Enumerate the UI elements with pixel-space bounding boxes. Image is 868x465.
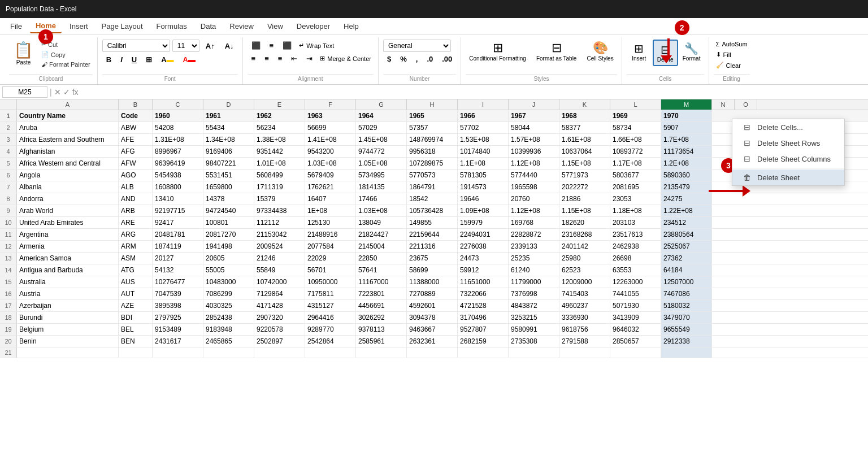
shrink-font-button[interactable]: A↓ [221, 41, 238, 51]
cell-r12-c0[interactable]: Armenia [17, 241, 119, 252]
cell-r14-c4[interactable]: 55849 [254, 264, 305, 276]
cell-r8-c3[interactable]: 14378 [203, 193, 254, 205]
cell-r12-c2[interactable]: 1874119 [153, 241, 203, 252]
cell-r3-c10[interactable]: 1.61E+08 [559, 134, 610, 145]
cell-r10-c12[interactable]: 234512 [661, 217, 712, 228]
cell-r4-c7[interactable]: 9956318 [407, 146, 458, 157]
cell-r13-c10[interactable]: 25980 [559, 253, 610, 264]
cell-r14-c2[interactable]: 54132 [153, 264, 203, 276]
cell-r20-c4[interactable]: 2502897 [254, 336, 305, 347]
cell-r2-c1[interactable]: ABW [119, 122, 153, 133]
cell-r18-c8[interactable]: 3170496 [458, 312, 509, 323]
cell-r16-c4[interactable]: 7129864 [254, 288, 305, 299]
menu-developer[interactable]: Developer [291, 20, 336, 33]
cell-r2-c11[interactable]: 58734 [610, 122, 661, 133]
function-icon[interactable]: fx [72, 88, 79, 97]
cell-r6-c7[interactable]: 5770573 [407, 170, 458, 181]
paste-button[interactable]: 📋 Paste [9, 40, 38, 67]
header-cell-12[interactable]: 1970 [661, 110, 712, 121]
cell-r21-c11[interactable] [610, 347, 661, 358]
menu-insert[interactable]: Insert [64, 20, 94, 33]
cell-r19-c7[interactable]: 9463667 [407, 324, 458, 335]
wrap-text-button[interactable]: ↵ Wrap Text [297, 40, 336, 51]
cell-r3-c9[interactable]: 1.57E+08 [509, 134, 559, 145]
header-cell-7[interactable]: 1965 [407, 110, 458, 121]
increase-decimal-button[interactable]: .00 [438, 54, 456, 64]
cell-r20-c0[interactable]: Benin [17, 336, 119, 347]
cell-r10-c7[interactable]: 149855 [407, 217, 458, 228]
cell-r19-c2[interactable]: 9153489 [153, 324, 203, 335]
cell-r12-c7[interactable]: 2211316 [407, 241, 458, 252]
cell-r7-c1[interactable]: ALB [119, 181, 153, 193]
header-cell-4[interactable]: 1962 [254, 110, 305, 121]
cell-r16-c10[interactable]: 7415403 [559, 288, 610, 299]
fill-color-button[interactable]: A▬ [157, 54, 177, 65]
cell-r18-c7[interactable]: 3094378 [407, 312, 458, 323]
dropdown-item-delete-sheet[interactable]: 🗑 Delete Sheet [732, 170, 844, 185]
cell-r10-c2[interactable]: 92417 [153, 217, 203, 228]
format-as-table-button[interactable]: ⊟ Format as Table [533, 40, 580, 63]
cell-r5-c0[interactable]: Africa Western and Central [17, 158, 119, 169]
cell-r17-c4[interactable]: 4171428 [254, 300, 305, 311]
cell-r4-c9[interactable]: 10399936 [509, 146, 559, 157]
cell-r18-c12[interactable]: 3479070 [661, 312, 712, 323]
cell-r17-c12[interactable]: 5180032 [661, 300, 712, 311]
cell-r6-c3[interactable]: 5531451 [203, 170, 254, 181]
cell-r8-c5[interactable]: 16407 [305, 193, 356, 205]
comma-button[interactable]: , [412, 54, 422, 64]
cell-r8-c8[interactable]: 19646 [458, 193, 509, 205]
cell-r2-c10[interactable]: 58377 [559, 122, 610, 133]
cell-r10-c0[interactable]: United Arab Emirates [17, 217, 119, 228]
cell-r2-c4[interactable]: 56234 [254, 122, 305, 133]
autosum-button[interactable]: Σ AutoSum [714, 40, 750, 49]
cell-r12-c12[interactable]: 2525067 [661, 241, 712, 252]
cell-r16-c7[interactable]: 7270889 [407, 288, 458, 299]
cell-r21-c1[interactable] [119, 347, 153, 358]
cell-r10-c3[interactable]: 100801 [203, 217, 254, 228]
italic-button[interactable]: I [116, 54, 127, 65]
cell-r13-c8[interactable]: 24473 [458, 253, 509, 264]
cell-r16-c1[interactable]: AUT [119, 288, 153, 299]
cell-r6-c2[interactable]: 5454938 [153, 170, 203, 181]
header-cell-11[interactable]: 1969 [610, 110, 661, 121]
format-painter-button[interactable]: 🖌 Format Painter [39, 60, 93, 69]
cell-r3-c5[interactable]: 1.41E+08 [305, 134, 356, 145]
cell-r12-c9[interactable]: 2339133 [509, 241, 559, 252]
col-header-c[interactable]: C [153, 99, 203, 110]
decrease-decimal-button[interactable]: .0 [423, 54, 437, 64]
cell-r17-c8[interactable]: 4721528 [458, 300, 509, 311]
cell-r17-c9[interactable]: 4843872 [509, 300, 559, 311]
cell-r15-c4[interactable]: 10742000 [254, 276, 305, 288]
cell-r6-c10[interactable]: 5771973 [559, 170, 610, 181]
cell-r21-c12[interactable] [661, 347, 712, 358]
cancel-formula-icon[interactable]: ✕ [54, 88, 61, 97]
cell-r19-c1[interactable]: BEL [119, 324, 153, 335]
cell-r13-c3[interactable]: 20605 [203, 253, 254, 264]
cell-r20-c1[interactable]: BEN [119, 336, 153, 347]
cell-r5-c12[interactable]: 1.2E+08 [661, 158, 712, 169]
copy-button[interactable]: 📄 Copy [39, 50, 93, 59]
cell-r14-c12[interactable]: 64184 [661, 264, 712, 276]
cell-r21-c3[interactable] [203, 347, 254, 358]
cell-r17-c10[interactable]: 4960237 [559, 300, 610, 311]
cell-r10-c10[interactable]: 182620 [559, 217, 610, 228]
header-cell-10[interactable]: 1968 [559, 110, 610, 121]
align-top-button[interactable]: ⬛️ [248, 40, 264, 51]
col-header-g[interactable]: G [356, 99, 407, 110]
cell-r16-c11[interactable]: 7441055 [610, 288, 661, 299]
cell-r6-c12[interactable]: 5890360 [661, 170, 712, 181]
cell-r20-c3[interactable]: 2465865 [203, 336, 254, 347]
indent-decrease-button[interactable]: ⇤ [287, 53, 301, 64]
cell-r3-c8[interactable]: 1.53E+08 [458, 134, 509, 145]
cell-r9-c12[interactable]: 1.22E+08 [661, 205, 712, 216]
cell-r2-c0[interactable]: Aruba [17, 122, 119, 133]
cell-r10-c4[interactable]: 112112 [254, 217, 305, 228]
cell-r4-c8[interactable]: 10174840 [458, 146, 509, 157]
cell-r2-c7[interactable]: 57357 [407, 122, 458, 133]
cell-r4-c2[interactable]: 8996967 [153, 146, 203, 157]
cell-r19-c8[interactable]: 9527807 [458, 324, 509, 335]
cell-r17-c1[interactable]: AZE [119, 300, 153, 311]
col-header-f[interactable]: F [305, 99, 356, 110]
cell-r14-c11[interactable]: 63553 [610, 264, 661, 276]
cell-r12-c4[interactable]: 2009524 [254, 241, 305, 252]
